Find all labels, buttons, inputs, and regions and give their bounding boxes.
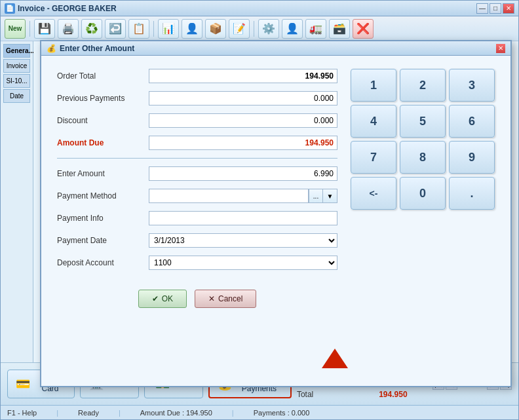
payment-date-row: Payment Date 3/1/2013 (57, 233, 337, 248)
num-key-1[interactable]: 1 (351, 69, 396, 102)
num-key-4[interactable]: 4 (351, 105, 396, 138)
sidebar-tab-general[interactable]: Genera... (3, 44, 30, 58)
num-key-8[interactable]: 8 (400, 141, 446, 174)
amount-due-input[interactable] (149, 136, 337, 150)
separator-2 (153, 21, 154, 37)
dialog: 💰 Enter Other Amount ✕ Order Total Previ… (40, 40, 512, 387)
num-key-5[interactable]: 5 (400, 105, 446, 138)
num-key-dot[interactable]: . (449, 177, 495, 210)
window-title: Invoice - GEORGE BAKER (18, 4, 117, 13)
status-bar: F1 - Help | Ready | Amount Due : 194.950… (1, 405, 518, 419)
num-key-backspace[interactable]: <- (351, 177, 396, 210)
enter-amount-label: Enter Amount (57, 169, 149, 178)
person-button[interactable]: 👤 (182, 19, 202, 39)
print-button[interactable]: 🖨️ (58, 19, 79, 39)
order-total-row: Order Total (57, 69, 337, 83)
deposit-account-select[interactable]: 1100 (149, 256, 337, 270)
num-key-9[interactable]: 9 (449, 141, 495, 174)
amount-due-label: Amount Due (57, 138, 149, 147)
package-button[interactable]: 📦 (205, 19, 226, 39)
person2-button[interactable]: 👤 (282, 19, 303, 39)
deposit-account-label: Deposit Account (57, 258, 149, 267)
vehicle-button[interactable]: 🚛 (305, 19, 326, 39)
amount-due-status: Amount Due : 194.950 (140, 409, 212, 417)
payment-method-row: Payment Method ... ▼ (57, 189, 337, 203)
payment-date-select[interactable]: 3/1/2013 (149, 233, 337, 248)
ok-label: OK (162, 294, 173, 303)
payment-info-label: Payment Info (57, 214, 149, 223)
order-total-input[interactable] (149, 69, 337, 83)
title-bar: 📄 Invoice - GEORGE BAKER — □ ✕ (1, 1, 518, 16)
separator-1 (29, 21, 30, 37)
arrow-indicator (322, 349, 348, 368)
close-button[interactable]: ✕ (503, 3, 514, 14)
num-key-0[interactable]: 0 (400, 177, 446, 210)
payment-info-row: Payment Info (57, 211, 337, 225)
dialog-close-button[interactable]: ✕ (496, 44, 505, 53)
previous-payments-label: Previous Payments (57, 94, 149, 103)
sidebar-tab-invoice[interactable]: Invoice (3, 59, 30, 73)
payment-method-input[interactable] (149, 189, 309, 203)
num-key-2[interactable]: 2 (400, 69, 446, 102)
total-value: 194.950 (362, 390, 408, 399)
copy-button[interactable]: 📋 (128, 19, 149, 39)
num-key-3[interactable]: 3 (449, 69, 495, 102)
total-row: Total 194.950 (297, 390, 408, 399)
window-controls: — □ ✕ (476, 3, 514, 14)
order-total-label: Order Total (57, 71, 149, 81)
cancel-button[interactable]: ✕ Cancel (195, 290, 256, 308)
main-window: 📄 Invoice - GEORGE BAKER — □ ✕ New 💾 🖨️ … (0, 0, 519, 420)
payment-method-dots-button[interactable]: ... (309, 189, 323, 203)
minimize-button[interactable]: — (476, 3, 488, 14)
new-button[interactable]: New (5, 19, 26, 39)
separator-3 (254, 21, 254, 37)
dialog-footer: ✔ OK ✕ Cancel (57, 283, 337, 308)
num-key-7[interactable]: 7 (351, 141, 396, 174)
sidebar-tabs: Genera... Invoice SI-10... Date (3, 44, 30, 103)
report-button[interactable]: 📊 (158, 19, 179, 39)
sidebar-tab-si[interactable]: SI-10... (3, 74, 30, 88)
sidebar-tab-date[interactable]: Date (3, 89, 30, 103)
amount-due-row: Amount Due (57, 136, 337, 150)
document-button[interactable]: 📝 (229, 19, 250, 39)
dialog-title-bar: 💰 Enter Other Amount ✕ (41, 41, 510, 56)
payment-method-label: Payment Method (57, 191, 149, 200)
discount-input[interactable] (149, 113, 337, 128)
undo-button[interactable]: ↩️ (105, 19, 126, 39)
maximize-button[interactable]: □ (490, 3, 501, 14)
form-section: Order Total Previous Payments Discount A… (57, 69, 337, 308)
save-button[interactable]: 💾 (34, 19, 55, 39)
dialog-title-text: Enter Other Amount (60, 44, 134, 53)
enter-amount-row: Enter Amount (57, 166, 337, 181)
payment-method-field: ... ▼ (149, 189, 337, 203)
payment-date-field: 3/1/2013 (149, 233, 337, 248)
discount-row: Discount (57, 113, 337, 128)
sidebar: Genera... Invoice SI-10... Date (1, 41, 33, 362)
app-icon: 📄 (5, 3, 15, 14)
form-divider (57, 158, 337, 159)
dialog-icon: 💰 (47, 44, 56, 53)
deposit-account-row: Deposit Account 1100 (57, 256, 337, 270)
credit-card-icon: 💳 (16, 377, 30, 391)
payment-date-label: Payment Date (57, 236, 149, 245)
total-label: Total (297, 390, 330, 399)
deposit-account-field: 1100 (149, 256, 337, 270)
dialog-body: Order Total Previous Payments Discount A… (41, 56, 510, 321)
payments-status: Payments : 0.000 (254, 409, 310, 417)
num-key-6[interactable]: 6 (449, 105, 495, 138)
settings-button[interactable]: ⚙️ (258, 19, 279, 39)
enter-amount-input[interactable] (149, 166, 337, 181)
numpad-section: 1 2 3 4 5 6 7 8 9 <- 0 . (351, 69, 495, 308)
up-arrow-icon (322, 349, 348, 368)
ok-button[interactable]: ✔ OK (138, 290, 187, 308)
payment-method-dropdown-button[interactable]: ▼ (323, 189, 337, 203)
help-text: F1 - Help (7, 409, 37, 417)
table-button[interactable]: 🗃️ (329, 19, 350, 39)
delete-button[interactable]: ❌ (353, 19, 374, 39)
discount-label: Discount (57, 116, 149, 125)
payment-info-input[interactable] (149, 211, 337, 225)
ok-check-icon: ✔ (152, 294, 159, 303)
cancel-x-icon: ✕ (208, 294, 215, 303)
previous-payments-input[interactable] (149, 91, 337, 105)
refresh-button[interactable]: ♻️ (81, 19, 102, 39)
